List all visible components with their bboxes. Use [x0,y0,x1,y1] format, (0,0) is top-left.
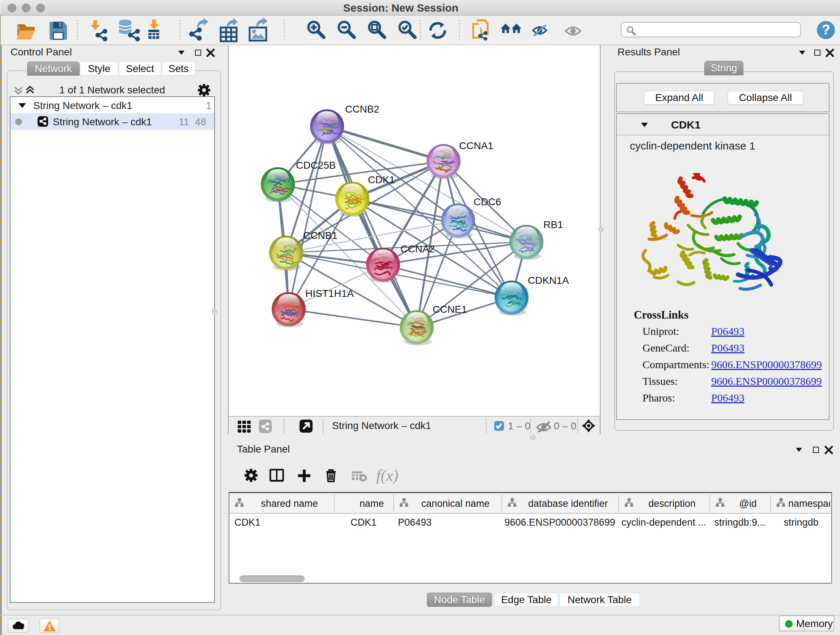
svg-text:CDC25B: CDC25B [296,160,336,171]
svg-text:HIST1H1A: HIST1H1A [305,288,354,299]
svg-text:CCNB1: CCNB1 [303,230,338,241]
svg-text:CCNA2: CCNA2 [401,243,435,255]
svg-text:CDKN1A: CDKN1A [528,275,569,286]
svg-text:CDC6: CDC6 [474,196,501,207]
svg-text:CCNA1: CCNA1 [459,140,493,151]
svg-text:CCNB2: CCNB2 [345,103,379,115]
svg-text:CDK1: CDK1 [368,174,395,185]
svg-text:RB1: RB1 [543,219,563,230]
svg-text:CCNE1: CCNE1 [433,304,467,315]
